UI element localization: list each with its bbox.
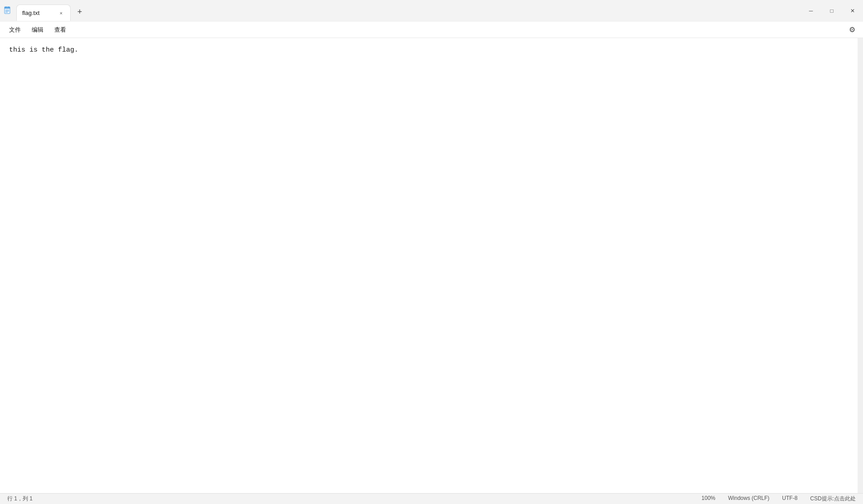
menu-bar: 文件 编辑 查看 ⚙ [0, 22, 863, 38]
editor-content: this is the flag. [9, 45, 849, 56]
menu-item-edit[interactable]: 编辑 [26, 24, 49, 36]
window-controls: ─ □ ✕ [801, 0, 863, 22]
status-bar: 行 1，列 1 100% Windows (CRLF) UTF-8 CSD提示:… [0, 493, 863, 504]
new-tab-button[interactable]: + [72, 5, 87, 19]
menu-bar-right: ⚙ [845, 23, 859, 37]
menu-item-view[interactable]: 查看 [49, 24, 72, 36]
line-ending[interactable]: Windows (CRLF) [726, 495, 771, 503]
tab-strip: flag.txt × + [16, 0, 801, 22]
tab-title: flag.txt [22, 10, 54, 16]
maximize-button[interactable]: □ [821, 4, 842, 18]
svg-rect-5 [6, 6, 8, 7]
scrollbar-track[interactable] [858, 38, 863, 493]
menu-item-file[interactable]: 文件 [4, 24, 26, 36]
app-icon [4, 6, 13, 15]
zoom-level[interactable]: 100% [700, 495, 717, 503]
tab-close-button[interactable]: × [58, 10, 65, 17]
encoding[interactable]: UTF-8 [780, 495, 799, 503]
extra-info[interactable]: CSD提示:点击此处 [808, 495, 858, 503]
title-bar: flag.txt × + ─ □ ✕ [0, 0, 863, 22]
close-button[interactable]: ✕ [842, 4, 863, 18]
settings-icon: ⚙ [849, 25, 855, 34]
settings-button[interactable]: ⚙ [845, 23, 859, 37]
editor-area[interactable]: this is the flag. [0, 38, 858, 493]
status-bar-right: 100% Windows (CRLF) UTF-8 CSD提示:点击此处 [700, 495, 858, 503]
cursor-position[interactable]: 行 1，列 1 [5, 495, 34, 503]
minimize-button[interactable]: ─ [801, 4, 821, 18]
editor-wrapper: this is the flag. [0, 38, 863, 493]
active-tab[interactable]: flag.txt × [16, 5, 71, 21]
